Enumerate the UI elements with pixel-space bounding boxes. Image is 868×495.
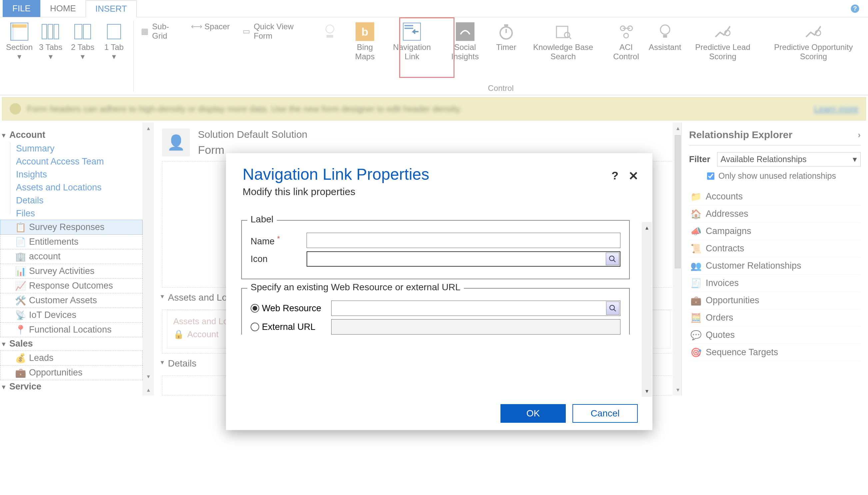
lookup-button[interactable] [606, 302, 619, 315]
dialog-subtitle: Modify this link properties [243, 186, 636, 198]
icon-field-label: Icon [250, 254, 299, 264]
radio-icon [250, 323, 259, 331]
lookup-button[interactable] [606, 253, 619, 265]
web-resource-radio[interactable]: Web Resource [250, 303, 324, 313]
dialog-help-button[interactable]: ? [611, 169, 619, 182]
svg-point-33 [609, 256, 614, 261]
svg-line-34 [613, 260, 616, 262]
name-field-label: Name * [250, 234, 299, 247]
external-url-label: External URL [262, 322, 315, 332]
search-icon [608, 255, 617, 263]
external-url-radio[interactable]: External URL [250, 322, 324, 332]
web-resource-input[interactable] [331, 301, 620, 316]
dialog-title: Navigation Link Properties [243, 165, 636, 184]
legend-url: Specify an existing Web Resource or exte… [247, 282, 464, 293]
ok-button[interactable]: OK [501, 404, 566, 423]
legend-label: Label [247, 214, 277, 225]
svg-line-36 [614, 309, 616, 311]
fieldset-label: Label Name * Icon [241, 220, 630, 279]
search-icon [609, 304, 617, 312]
dialog-close-button[interactable]: ✕ [628, 169, 638, 183]
radio-icon [250, 304, 259, 312]
web-resource-label: Web Resource [262, 303, 321, 313]
external-url-input[interactable] [331, 319, 620, 335]
cancel-button[interactable]: Cancel [572, 404, 638, 423]
icon-input[interactable] [307, 251, 620, 267]
dialog-scrollbar[interactable]: ▴ ▾ [642, 222, 652, 397]
navigation-link-dialog: Navigation Link Properties Modify this l… [226, 153, 652, 430]
name-input[interactable] [307, 233, 620, 248]
scroll-up-icon[interactable]: ▴ [645, 222, 649, 233]
svg-point-35 [610, 305, 615, 310]
fieldset-url: Specify an existing Web Resource or exte… [241, 288, 630, 335]
scroll-down-icon[interactable]: ▾ [645, 386, 649, 397]
